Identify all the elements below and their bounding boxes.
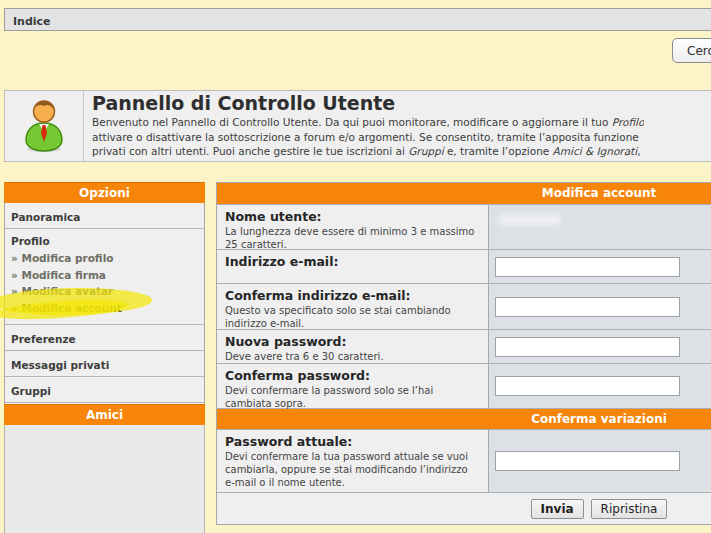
field-description: Devi confermare la password solo se l’ha… <box>225 384 480 410</box>
form-row-nuova-password: Nuova password: Deve avere tra 6 e 30 ca… <box>217 329 711 363</box>
sidebar-item-label: Messaggi privati <box>11 357 109 373</box>
username-static-cell <box>489 205 711 249</box>
field-label-cell: Nuova password: Deve avere tra 6 e 30 ca… <box>217 330 489 363</box>
field-input-cell <box>489 250 711 283</box>
intro-line: privati con altri utenti. Puoi anche ges… <box>92 144 644 159</box>
form-row-nome-utente: Nome utente: La lunghezza deve essere di… <box>217 204 711 249</box>
sidebar-section-profilo: Profilo » Modifica profilo » Modifica fi… <box>5 228 204 324</box>
sidebar-item-modifica-account[interactable]: » Modifica account <box>11 300 198 317</box>
sidebar-friends-header: Amici <box>4 404 205 425</box>
avatar <box>5 91 84 161</box>
redacted-username <box>499 214 561 225</box>
field-label-cell: Password attuale: Devi confermare la tua… <box>217 430 489 492</box>
field-label: Password attuale: <box>225 434 480 449</box>
field-label-cell: Conferma password: Devi confermare la pa… <box>217 364 489 408</box>
sidebar-item-messaggi-privati[interactable]: Messaggi privati <box>5 350 204 376</box>
field-label: Conferma password: <box>225 368 480 383</box>
confirm-password-field[interactable] <box>495 376 680 396</box>
confirm-section-header: Conferma variazioni <box>217 408 711 429</box>
breadcrumb-bar: Indice <box>4 8 711 31</box>
form-row-conferma-password: Conferma password: Devi confermare la pa… <box>217 363 711 408</box>
sidebar-item-label: Panoramica <box>11 209 80 225</box>
field-input-cell <box>489 330 711 363</box>
modifica-account-panel: Modifica account Nome utente: La lunghez… <box>216 182 711 525</box>
field-label: Indirizzo e-mail: <box>225 254 480 269</box>
user-avatar-icon <box>19 98 69 154</box>
form-section-header: Modifica account <box>217 183 711 204</box>
email-field[interactable] <box>495 257 680 277</box>
field-label-cell: Conferma indirizzo e-mail: Questo va spe… <box>217 284 489 329</box>
sidebar-item-label: Gruppi <box>11 383 51 399</box>
submit-button[interactable]: Invia <box>531 499 584 519</box>
current-password-field[interactable] <box>495 451 680 471</box>
page-title: Pannello di Controllo Utente <box>92 92 644 115</box>
friends-list-empty <box>4 425 205 533</box>
field-description: Devi confermare la tua password attuale … <box>225 450 480 489</box>
sidebar-options-header: Opzioni <box>4 182 205 203</box>
intro-line: attivare o disattivare la sottoscrizione… <box>92 130 644 145</box>
field-description: Questo va specificato solo se stai cambi… <box>225 304 480 330</box>
field-label: Nuova password: <box>225 334 480 349</box>
field-label-cell: Indirizzo e-mail: <box>217 250 489 283</box>
field-input-cell <box>489 430 711 492</box>
sidebar-menu: Panoramica Profilo » Modifica profilo » … <box>4 203 205 429</box>
new-password-field[interactable] <box>495 337 680 357</box>
ucp-header-text: Pannello di Controllo Utente Benvenuto n… <box>84 91 644 161</box>
sidebar-item-label: Preferenze <box>11 331 76 347</box>
sidebar-item-modifica-profilo[interactable]: » Modifica profilo <box>11 250 198 267</box>
field-description: Deve avere tra 6 e 30 caratteri. <box>225 350 480 363</box>
field-input-cell <box>489 364 711 408</box>
sidebar-section-label: Profilo <box>11 232 198 250</box>
field-description: La lunghezza deve essere di minimo 3 e m… <box>225 225 480 251</box>
field-label: Nome utente: <box>225 209 480 224</box>
sidebar-item-gruppi[interactable]: Gruppi <box>5 376 204 402</box>
field-input-cell <box>489 284 711 329</box>
form-footer: Invia Ripristina <box>217 492 711 524</box>
reset-button[interactable]: Ripristina <box>591 499 668 519</box>
sidebar-item-modifica-avatar[interactable]: » Modifica avatar <box>11 283 198 300</box>
sidebar-item-modifica-firma[interactable]: » Modifica firma <box>11 267 198 284</box>
sidebar-item-preferenze[interactable]: Preferenze <box>5 324 204 350</box>
breadcrumb-indice-link[interactable]: Indice <box>13 15 51 28</box>
field-label: Conferma indirizzo e-mail: <box>225 288 480 303</box>
intro-line: Benvenuto nel Pannello di Controllo Uten… <box>92 115 644 130</box>
user-control-panel-page: { "breadcrumb": { "label": "Indice" }, "… <box>0 0 711 533</box>
form-row-email: Indirizzo e-mail: <box>217 249 711 283</box>
confirm-email-field[interactable] <box>495 297 680 317</box>
intro-line: conosci. Lo Staff potrebbe rilasciare de… <box>92 159 644 161</box>
search-button[interactable]: Cerca <box>672 38 711 63</box>
sidebar-item-panoramica[interactable]: Panoramica <box>5 203 204 228</box>
form-row-conferma-email: Conferma indirizzo e-mail: Questo va spe… <box>217 283 711 329</box>
ucp-header-panel: Pannello di Controllo Utente Benvenuto n… <box>4 90 711 162</box>
form-row-password-attuale: Password attuale: Devi confermare la tua… <box>217 429 711 492</box>
field-label-cell: Nome utente: La lunghezza deve essere di… <box>217 205 489 249</box>
